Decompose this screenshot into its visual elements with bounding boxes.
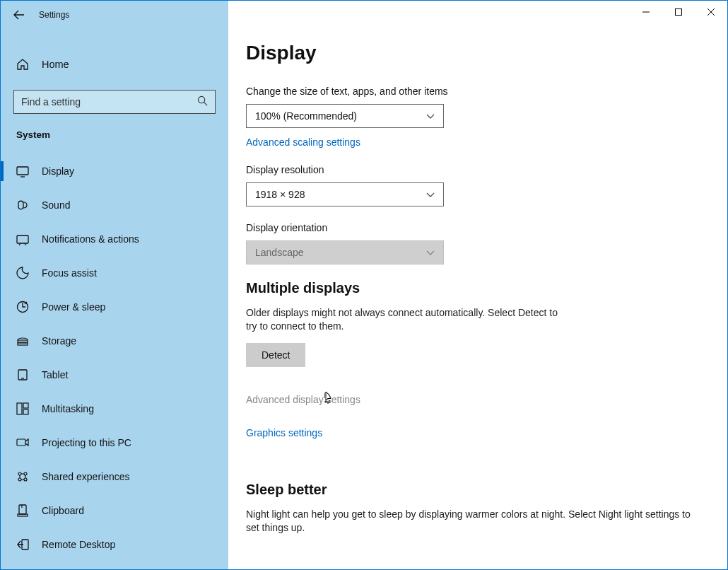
sidebar-item-label: Remote Desktop [42,539,115,550]
svg-rect-7 [18,343,28,345]
svg-rect-12 [23,409,28,414]
scale-label: Change the size of text, apps, and other… [246,86,699,97]
close-button[interactable] [695,1,727,23]
sidebar-item-shared-experiences[interactable]: Shared experiences [1,460,228,494]
storage-icon [16,335,29,347]
sidebar-item-label: Clipboard [42,505,84,516]
sidebar-item-storage[interactable]: Storage [1,324,228,358]
sleep-better-heading: Sleep better [246,482,699,498]
multitasking-icon [16,402,29,415]
resolution-label: Display resolution [246,164,699,175]
sidebar-item-label: Tablet [42,369,68,380]
search-box[interactable] [13,90,216,114]
svg-rect-2 [17,167,28,175]
sidebar-item-label: Power & sleep [42,301,105,313]
svg-rect-13 [17,439,25,446]
svg-point-0 [198,96,204,103]
sidebar-list: DisplaySoundNotifications & actionsFocus… [1,154,228,569]
search-icon [197,95,208,109]
content-pane: Display Change the size of text, apps, a… [228,1,727,569]
sidebar-item-label: Projecting to this PC [42,437,131,448]
svg-rect-4 [17,235,28,243]
svg-point-16 [18,478,21,481]
multiple-displays-body: Older displays might not always connect … [246,306,560,333]
scale-value: 100% (Recommended) [255,110,357,122]
advanced-scaling-link[interactable]: Advanced scaling settings [246,136,360,148]
maximize-button[interactable] [662,1,695,23]
sidebar-item-label: Multitasking [42,403,94,414]
chevron-down-icon [426,190,435,199]
svg-rect-18 [19,505,26,514]
svg-rect-11 [23,403,28,408]
multiple-displays-heading: Multiple displays [246,280,699,296]
svg-rect-26 [676,9,682,16]
sidebar-item-label: Notifications & actions [42,233,139,245]
sidebar-item-projecting-to-this-pc[interactable]: Projecting to this PC [1,426,228,460]
resolution-value: 1918 × 928 [255,189,305,200]
sidebar-header: Settings [1,1,228,29]
clipboard-icon [16,504,29,517]
sidebar-item-label: Sound [42,199,70,211]
orientation-value: Landscape [255,247,304,258]
page-title: Display [246,42,699,64]
search-input[interactable] [21,96,197,107]
section-heading: System [1,114,228,147]
advanced-display-link[interactable]: Advanced display settings [246,394,360,405]
scale-dropdown[interactable]: 100% (Recommended) [246,104,444,128]
home-nav[interactable]: Home [1,47,228,81]
sidebar-item-label: Storage [42,335,76,347]
svg-rect-10 [17,403,22,414]
window-controls [630,1,727,23]
focus-assist-icon [16,267,29,279]
minimize-button[interactable] [630,1,662,23]
close-icon [708,8,715,16]
power-sleep-icon [16,301,29,313]
chevron-down-icon [426,112,435,120]
orientation-label: Display orientation [246,222,699,233]
svg-point-15 [24,472,27,475]
svg-line-1 [204,102,207,105]
sidebar-item-tablet[interactable]: Tablet [1,358,228,392]
svg-rect-6 [18,340,28,342]
sidebar-item-remote-desktop[interactable]: Remote Desktop [1,528,228,562]
notifications-icon [16,233,29,245]
sidebar-item-label: Display [42,165,74,177]
svg-rect-20 [18,514,28,516]
sidebar-item-notifications-actions[interactable]: Notifications & actions [1,222,228,256]
svg-point-14 [18,472,21,475]
sleep-better-body: Night light can help you get to sleep by… [246,508,698,535]
sidebar: Settings Home System DisplaySoundNotific… [1,1,228,569]
sidebar-item-display[interactable]: Display [1,154,228,188]
projecting-icon [16,436,29,449]
home-label: Home [42,59,69,70]
sidebar-item-label: Focus assist [42,267,97,279]
detect-button[interactable]: Detect [246,343,305,367]
tablet-icon [16,368,29,381]
sidebar-item-focus-assist[interactable]: Focus assist [1,256,228,290]
home-icon [16,58,29,71]
app-title: Settings [39,10,69,20]
remote-desktop-icon [16,538,29,551]
display-icon [16,165,29,178]
orientation-dropdown: Landscape [246,240,444,264]
sidebar-item-multitasking[interactable]: Multitasking [1,392,228,426]
graphics-settings-link[interactable]: Graphics settings [246,427,322,438]
shared-experiences-icon [16,470,29,483]
resolution-dropdown[interactable]: 1918 × 928 [246,182,444,207]
sidebar-item-about[interactable]: About [1,562,228,569]
back-button[interactable] [13,9,25,21]
minimize-icon [642,8,650,16]
chevron-down-icon [426,248,435,257]
maximize-icon [675,8,682,16]
svg-point-17 [24,478,27,481]
sidebar-item-sound[interactable]: Sound [1,188,228,222]
arrow-left-icon [13,9,25,21]
sound-icon [16,199,29,211]
sidebar-item-power-sleep[interactable]: Power & sleep [1,290,228,324]
sidebar-item-clipboard[interactable]: Clipboard [1,494,228,528]
sidebar-item-label: Shared experiences [42,471,130,482]
